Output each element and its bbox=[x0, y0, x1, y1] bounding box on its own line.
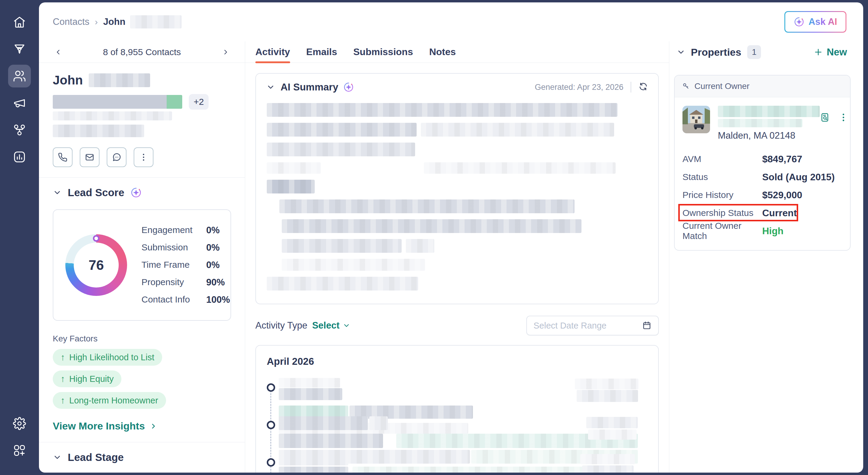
tab-notes[interactable]: Notes bbox=[429, 41, 456, 63]
breadcrumb-separator: › bbox=[95, 17, 98, 27]
next-contact-button[interactable] bbox=[219, 45, 232, 59]
sidebar bbox=[0, 0, 39, 475]
generated-timestamp: Generated: Apr 23, 2026 bbox=[535, 83, 623, 92]
contact-first-name: John bbox=[53, 73, 83, 88]
redacted-tags bbox=[53, 95, 182, 109]
home-icon[interactable] bbox=[8, 11, 31, 34]
settings-icon[interactable] bbox=[8, 412, 31, 435]
contact-name: John bbox=[53, 73, 231, 88]
ai-sparkle-icon bbox=[130, 187, 142, 198]
chevron-down-icon bbox=[53, 453, 62, 462]
properties-panel: Properties 1 New Current Owner bbox=[669, 41, 863, 473]
property-summary-row: Malden, MA 02148 bbox=[682, 106, 842, 141]
contact-pager: 8 of 8,955 Contacts bbox=[39, 41, 245, 63]
divider bbox=[39, 177, 245, 178]
tab-bar: Activity Emails Submissions Notes bbox=[245, 41, 669, 63]
timeline-event-marker bbox=[267, 383, 275, 392]
call-button[interactable] bbox=[53, 147, 72, 167]
breadcrumb-current: John bbox=[103, 16, 125, 27]
arrow-up-icon: ↑ bbox=[61, 395, 65, 406]
lead-score-header[interactable]: Lead Score bbox=[53, 186, 231, 199]
metric-row: Propensity90% bbox=[142, 277, 230, 288]
funnel-icon[interactable] bbox=[8, 38, 31, 61]
detail-row-owner-match: Current Owner Match High bbox=[682, 222, 842, 240]
activity-type-select[interactable]: Select bbox=[312, 320, 350, 331]
contact-panel: 8 of 8,955 Contacts John +2 bbox=[39, 41, 245, 473]
message-button[interactable] bbox=[107, 147, 126, 167]
ellipsis-vertical-icon bbox=[139, 152, 148, 162]
redacted-detail bbox=[53, 125, 144, 137]
previous-contact-button[interactable] bbox=[52, 45, 65, 59]
activity-timeline-card: April 2026 bbox=[255, 345, 659, 473]
ask-ai-button[interactable]: Ask AI bbox=[784, 11, 846, 33]
apps-icon[interactable] bbox=[8, 439, 31, 462]
key-factor-chip: ↑High Equity bbox=[53, 371, 121, 387]
arrow-up-icon: ↑ bbox=[61, 374, 65, 384]
redacted-last-name bbox=[130, 15, 182, 29]
chevron-down-icon bbox=[53, 188, 62, 197]
email-button[interactable] bbox=[80, 147, 99, 167]
detail-row-avm: AVM $849,767 bbox=[682, 150, 842, 168]
main-window: Contacts › John Ask AI 8 of 8,955 Contac… bbox=[39, 2, 863, 473]
automations-icon[interactable] bbox=[8, 118, 31, 141]
ai-summary-redacted-text bbox=[256, 99, 658, 304]
mail-icon bbox=[85, 152, 94, 162]
timeline: NORTH SHORE bbox=[267, 378, 647, 473]
lead-score-donut: 76 bbox=[65, 234, 127, 296]
timeline-event-marker bbox=[267, 458, 275, 467]
metric-row: Time Frame0% bbox=[142, 260, 230, 270]
ai-sparkle-icon bbox=[343, 82, 354, 93]
lead-score-value: 76 bbox=[65, 234, 127, 296]
lead-score-title: Lead Score bbox=[68, 186, 124, 199]
view-more-insights-link[interactable]: View More Insights bbox=[53, 420, 231, 432]
divider bbox=[39, 442, 245, 442]
metric-row: Submission0% bbox=[142, 242, 230, 253]
ai-summary-card: AI Summary Generated: Apr 23, 2026 bbox=[255, 73, 659, 304]
properties-header: Properties 1 New bbox=[669, 41, 863, 63]
redacted-last-name bbox=[89, 73, 150, 87]
topbar: Contacts › John Ask AI bbox=[39, 2, 863, 41]
key-factor-chip: ↑High Likelihood to List bbox=[53, 349, 162, 366]
timeline-month: April 2026 bbox=[267, 356, 647, 367]
analytics-icon[interactable] bbox=[8, 145, 31, 168]
breadcrumb-contacts[interactable]: Contacts bbox=[53, 16, 89, 27]
tab-emails[interactable]: Emails bbox=[306, 41, 337, 63]
property-address: Malden, MA 02148 bbox=[718, 106, 820, 141]
date-range-input[interactable] bbox=[526, 316, 659, 335]
activity-panel: Activity Emails Submissions Notes AI Sum… bbox=[245, 41, 669, 473]
chevron-down-icon[interactable] bbox=[677, 47, 685, 57]
activity-type-label: Activity Type bbox=[255, 320, 307, 331]
lead-stage-title: Lead Stage bbox=[68, 451, 124, 463]
megaphone-icon[interactable] bbox=[8, 92, 31, 114]
tab-submissions[interactable]: Submissions bbox=[353, 41, 413, 63]
detail-row-status: Status Sold (Aug 2015) bbox=[682, 168, 842, 186]
chevron-right-icon bbox=[150, 422, 157, 430]
properties-title: Properties bbox=[691, 46, 741, 58]
calendar-icon bbox=[642, 321, 652, 330]
contacts-icon[interactable] bbox=[8, 65, 31, 88]
timeline-event-marker bbox=[267, 421, 275, 429]
detail-row-price-history: Price History $529,000 bbox=[682, 186, 842, 204]
lead-score-metrics: Engagement0% Submission0% Time Frame0% P… bbox=[142, 225, 230, 305]
date-range-field[interactable] bbox=[533, 321, 637, 331]
property-photo[interactable] bbox=[682, 106, 710, 133]
key-icon bbox=[682, 82, 690, 91]
more-actions-button[interactable] bbox=[134, 147, 153, 167]
tab-activity[interactable]: Activity bbox=[255, 41, 290, 63]
refresh-icon[interactable] bbox=[639, 82, 648, 93]
metric-row: Engagement0% bbox=[142, 225, 230, 236]
chevron-down-icon[interactable] bbox=[266, 83, 275, 92]
key-factors-title: Key Factors bbox=[53, 334, 231, 343]
property-card: Current Owner bbox=[674, 75, 850, 251]
key-factor-chip: ↑Long-term Homeowner bbox=[53, 392, 166, 409]
redacted-detail bbox=[53, 111, 172, 121]
activity-filter-row: Activity Type Select bbox=[255, 316, 659, 335]
metric-row: Contact Info100% bbox=[142, 295, 230, 305]
ellipsis-vertical-icon[interactable] bbox=[838, 112, 848, 123]
property-report-icon[interactable] bbox=[820, 112, 830, 123]
current-owner-label: Current Owner bbox=[694, 81, 750, 91]
ai-summary-header: AI Summary Generated: Apr 23, 2026 bbox=[256, 74, 658, 99]
lead-stage-header[interactable]: Lead Stage bbox=[53, 451, 231, 463]
new-property-button[interactable]: New bbox=[813, 46, 847, 58]
tags-overflow-badge[interactable]: +2 bbox=[189, 94, 209, 110]
